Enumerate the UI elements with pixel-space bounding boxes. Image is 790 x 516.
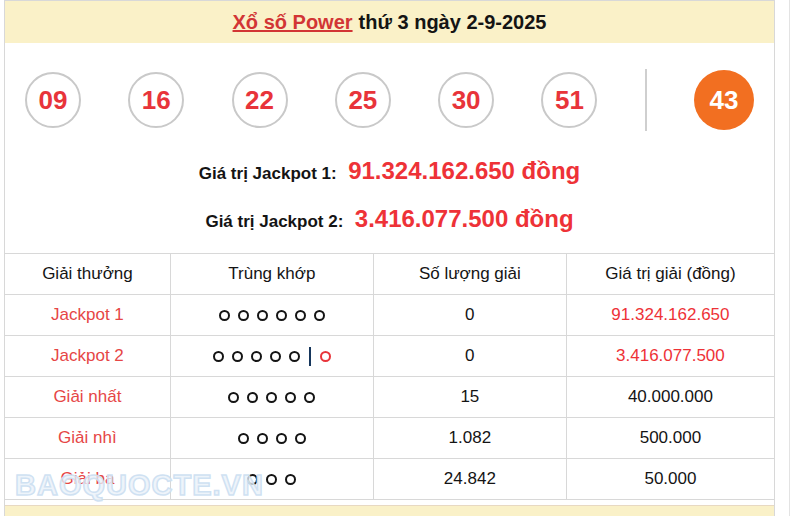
match-circle-icon xyxy=(289,351,300,362)
match-circle-icon xyxy=(276,310,287,321)
lottery-results-panel: Xổ số Power thứ 3 ngày 2-9-2025 09162225… xyxy=(4,0,775,516)
match-pattern-cell xyxy=(170,459,373,500)
match-circle-icon xyxy=(304,392,315,403)
match-circle-icon xyxy=(276,433,287,444)
jackpot2-value: 3.416.077.500 đồng xyxy=(355,205,574,232)
col-header-match: Trùng khớp xyxy=(170,254,373,295)
winning-numbers-row: 091622253051 43 xyxy=(5,43,774,157)
match-circle-icon xyxy=(251,351,262,362)
match-circle-icon xyxy=(219,310,230,321)
match-circle-icon xyxy=(266,392,277,403)
prize-value-cell: 500.000 xyxy=(566,418,774,459)
match-circle-icon xyxy=(232,351,243,362)
main-ball: 16 xyxy=(128,72,184,128)
prize-name-cell: Giải nhì xyxy=(5,418,170,459)
power-ball: 43 xyxy=(694,70,754,130)
winner-count-cell: 0 xyxy=(373,336,566,377)
winner-count-cell: 24.842 xyxy=(373,459,566,500)
jackpot1-value: 91.324.162.650 đồng xyxy=(348,157,580,184)
prize-name-cell: Jackpot 1 xyxy=(5,295,170,336)
power-ball-divider xyxy=(645,69,647,131)
main-ball: 22 xyxy=(232,72,288,128)
main-ball: 09 xyxy=(25,72,81,128)
jackpot2-line: Giá trị Jackpot 2: 3.416.077.500 đồng xyxy=(5,205,774,236)
draw-date-title: thứ 3 ngày 2-9-2025 xyxy=(359,11,547,34)
match-circle-icon xyxy=(247,392,258,403)
power-match-circle-icon xyxy=(320,351,331,362)
match-circle-icon xyxy=(257,433,268,444)
prize-name-cell: Giải nhất xyxy=(5,377,170,418)
col-header-count: Số lượng giải xyxy=(373,254,566,295)
match-circle-icon xyxy=(213,351,224,362)
match-circle-icon xyxy=(228,392,239,403)
prize-value-cell: 40.000.000 xyxy=(566,377,774,418)
match-circle-icon xyxy=(270,351,281,362)
footer-bar xyxy=(5,505,774,516)
match-circle-icon xyxy=(314,310,325,321)
match-circle-icon xyxy=(238,433,249,444)
prize-value-cell: 50.000 xyxy=(566,459,774,500)
match-circle-icon xyxy=(295,310,306,321)
match-separator xyxy=(309,347,311,366)
prize-table: Giải thưởng Trùng khớp Số lượng giải Giá… xyxy=(5,253,774,500)
prize-name-cell: Giải ba xyxy=(5,459,170,500)
match-pattern-cell xyxy=(170,295,373,336)
power-lottery-link[interactable]: Xổ số Power xyxy=(233,11,353,34)
winner-count-cell: 0 xyxy=(373,295,566,336)
match-circle-icon xyxy=(266,474,277,485)
prize-value-cell: 91.324.162.650 xyxy=(566,295,774,336)
col-header-prize: Giải thưởng xyxy=(5,254,170,295)
table-row: Giải nhất1540.000.000 xyxy=(5,377,774,418)
prize-table-body: Jackpot 1091.324.162.650Jackpot 203.416.… xyxy=(5,295,774,500)
match-circle-icon xyxy=(238,310,249,321)
prize-value-cell: 3.416.077.500 xyxy=(566,336,774,377)
main-ball: 51 xyxy=(541,72,597,128)
col-header-value: Giá trị giải (đồng) xyxy=(566,254,774,295)
jackpot1-line: Giá trị Jackpot 1: 91.324.162.650 đồng xyxy=(5,157,774,188)
prize-table-header-row: Giải thưởng Trùng khớp Số lượng giải Giá… xyxy=(5,254,774,295)
winner-count-cell: 15 xyxy=(373,377,566,418)
match-circle-icon xyxy=(295,433,306,444)
jackpot1-label: Giá trị Jackpot 1: xyxy=(199,164,337,183)
main-ball: 25 xyxy=(335,72,391,128)
table-row: Giải ba24.84250.000 xyxy=(5,459,774,500)
winner-count-cell: 1.082 xyxy=(373,418,566,459)
match-circle-icon xyxy=(257,310,268,321)
header-bar: Xổ số Power thứ 3 ngày 2-9-2025 xyxy=(5,1,774,43)
match-circle-icon xyxy=(247,474,258,485)
table-row: Giải nhì1.082500.000 xyxy=(5,418,774,459)
match-pattern-cell xyxy=(170,336,373,377)
match-circle-icon xyxy=(285,474,296,485)
match-pattern-cell xyxy=(170,418,373,459)
jackpot2-label: Giá trị Jackpot 2: xyxy=(205,212,343,231)
prize-name-cell: Jackpot 2 xyxy=(5,336,170,377)
match-pattern-cell xyxy=(170,377,373,418)
main-ball: 30 xyxy=(438,72,494,128)
table-row: Jackpot 203.416.077.500 xyxy=(5,336,774,377)
table-row: Jackpot 1091.324.162.650 xyxy=(5,295,774,336)
match-circle-icon xyxy=(285,392,296,403)
